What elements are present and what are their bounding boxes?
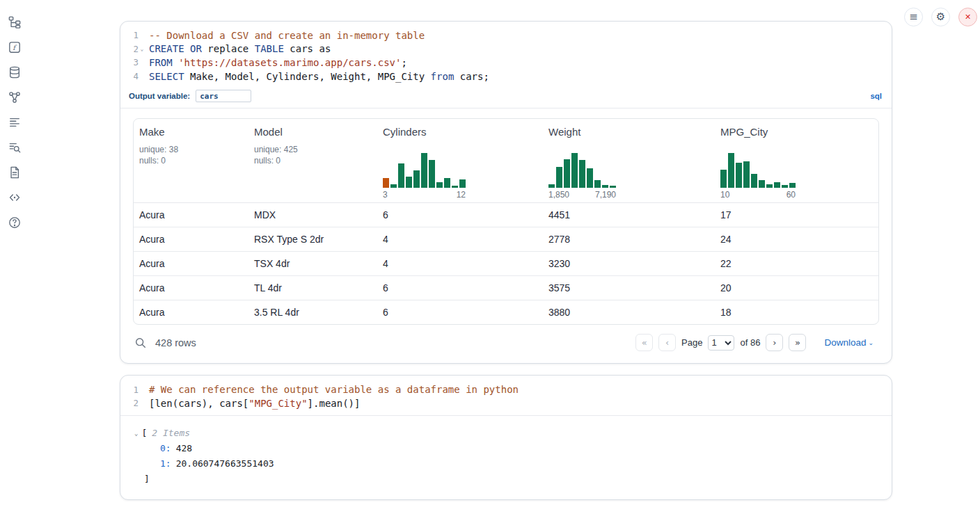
histogram-bar	[587, 168, 593, 188]
collapse-icon[interactable]: ⌄	[134, 426, 138, 441]
sidebar-help-button[interactable]	[4, 212, 25, 233]
column-name: Model	[254, 126, 372, 138]
histogram-bar	[720, 170, 727, 188]
output-list-item: 0:428	[134, 441, 878, 456]
item-value: 428	[176, 443, 192, 453]
table-cell: 6	[377, 203, 543, 227]
page-total: of 86	[740, 337, 760, 348]
output-list-item: 1:20.060747663551403	[134, 456, 878, 472]
sql-cell: 1-- Download a CSV and create an in-memo…	[120, 21, 892, 364]
column-histogram: 1,8507,190	[548, 152, 616, 200]
sidebar-documentation-button[interactable]	[4, 162, 25, 183]
column-header-mpg_city[interactable]: MPG_City1060	[715, 119, 878, 203]
page-select[interactable]: 1	[708, 335, 734, 351]
column-header-model[interactable]: Modelunique: 425nulls: 0	[248, 119, 377, 203]
item-index: 0:	[160, 443, 171, 453]
file-tree-icon	[8, 16, 21, 29]
histogram-bar	[413, 170, 420, 188]
histogram-bar	[436, 182, 443, 188]
histogram-bar	[579, 160, 585, 188]
output-list-header: ⌄ [ 2 Items	[134, 426, 878, 441]
table-cell: 3880	[543, 300, 715, 325]
code-line: 2⌄CREATE OR replace TABLE cars as	[120, 42, 883, 56]
code-brackets-icon	[8, 191, 21, 204]
table-cell: 17	[715, 203, 878, 227]
help-icon	[8, 216, 21, 229]
column-name: MPG_City	[720, 126, 873, 138]
column-stat: nulls: 0	[254, 155, 372, 166]
gear-icon: ⚙	[936, 12, 945, 22]
table-row[interactable]: AcuraMDX6445117	[134, 203, 878, 227]
table-cell: 22	[715, 252, 878, 276]
histogram-bar	[548, 184, 555, 188]
python-output: ⌄ [ 2 Items 0:4281:20.060747663551403 ]	[120, 416, 892, 499]
table-row[interactable]: AcuraTL 4dr6357520	[134, 276, 878, 300]
code-text: SELECT Make, Model, Cylinders, Weight, M…	[149, 71, 489, 82]
column-name: Weight	[548, 126, 709, 138]
sidebar-file-explorer-button[interactable]	[4, 12, 25, 33]
sidebar-scratchpad-button[interactable]: f	[4, 37, 25, 58]
output-variable-input[interactable]	[196, 90, 251, 102]
notebook: 1-- Download a CSV and create an in-memo…	[120, 21, 892, 507]
table-cell: TSX 4dr	[248, 252, 377, 276]
column-header-weight[interactable]: Weight1,8507,190	[543, 119, 715, 203]
item-value: 20.060747663551403	[176, 458, 274, 469]
python-code-editor[interactable]: 1# We can reference the output variable …	[120, 376, 892, 415]
code-text: -- Download a CSV and create an in-memor…	[149, 30, 425, 41]
sidebar-datasources-button[interactable]	[4, 62, 25, 83]
code-line: 1# We can reference the output variable …	[120, 383, 883, 396]
histogram-bar	[743, 161, 750, 188]
table-row[interactable]: Acura3.5 RL 4dr6388018	[134, 300, 878, 325]
table-cell: 3230	[543, 252, 715, 276]
sidebar-snippets-button[interactable]	[4, 187, 25, 208]
close-bracket: ]	[134, 472, 878, 487]
download-button[interactable]: Download ⌄	[820, 337, 878, 348]
graph-icon	[8, 91, 21, 104]
table-cell: 3.5 RL 4dr	[248, 300, 377, 325]
next-page-button[interactable]: ›	[766, 334, 783, 351]
histogram-bar	[452, 186, 458, 188]
table-cell: 4	[377, 227, 543, 252]
code-text: FROM 'https://datasets.marimo.app/cars.c…	[149, 57, 407, 68]
histogram-bar	[406, 177, 412, 188]
sidebar: f	[0, 12, 29, 233]
table-row[interactable]: AcuraRSX Type S 2dr4277824	[134, 227, 878, 252]
table-cell: Acura	[134, 300, 248, 325]
settings-button[interactable]: ⚙	[931, 8, 950, 26]
sql-code-editor[interactable]: 1-- Download a CSV and create an in-memo…	[120, 22, 892, 88]
sidebar-logs-button[interactable]	[4, 137, 25, 158]
table-cell: Acura	[134, 252, 248, 276]
last-page-button[interactable]: »	[789, 334, 806, 351]
sidebar-dependency-graph-button[interactable]	[4, 87, 25, 108]
histogram-bar	[459, 179, 466, 188]
item-index: 1:	[160, 458, 171, 469]
table-search-button[interactable]	[134, 337, 147, 349]
table-cell: 3575	[543, 276, 715, 300]
column-header-cylinders[interactable]: Cylinders312	[377, 119, 543, 203]
shutdown-button[interactable]: ✕	[958, 8, 977, 26]
table-footer: 428 rows « ‹ Page 1 of 86 › » Download ⌄	[120, 325, 892, 363]
output-variable-row: Output variable: sql	[120, 88, 892, 108]
column-header-make[interactable]: Makeunique: 38nulls: 0	[134, 119, 248, 203]
column-name: Cylinders	[383, 126, 537, 138]
histogram-bar	[766, 184, 773, 188]
python-cell: 1# We can reference the output variable …	[120, 375, 892, 499]
code-line: 4SELECT Make, Model, Cylinders, Weight, …	[120, 70, 883, 83]
histogram-bar	[602, 185, 608, 188]
histogram-bar	[782, 185, 788, 188]
code-line: 1-- Download a CSV and create an in-memo…	[120, 29, 883, 42]
histogram-bar	[383, 178, 389, 188]
fold-icon[interactable]: ⌄	[139, 46, 145, 52]
output-variable-label: Output variable:	[129, 92, 190, 100]
first-page-button[interactable]: «	[635, 334, 653, 351]
table-row[interactable]: AcuraTSX 4dr4323022	[134, 252, 878, 276]
sidebar-outline-button[interactable]	[4, 112, 25, 133]
table-cell: 18	[715, 300, 878, 325]
notebook-menu-button[interactable]: ≡	[904, 8, 923, 26]
prev-page-button[interactable]: ‹	[658, 334, 676, 351]
column-name: Make	[139, 126, 243, 138]
histogram-bar	[751, 174, 757, 188]
code-line: 2[len(cars), cars["MPG_City"].mean()]	[120, 396, 883, 410]
histogram-bar	[398, 163, 404, 188]
histogram-bar	[390, 184, 397, 188]
